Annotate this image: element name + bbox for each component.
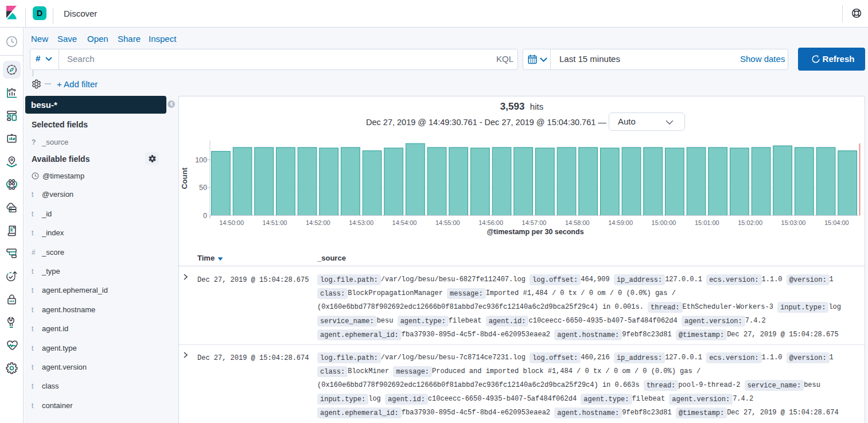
svg-text:15:01:00: 15:01:00 (695, 219, 719, 226)
svg-text:14:58:00: 14:58:00 (565, 219, 590, 226)
svg-text:14:54:00: 14:54:00 (392, 219, 417, 226)
svg-text:15:03:00: 15:03:00 (781, 219, 806, 226)
svg-text:14:50:00: 14:50:00 (219, 219, 244, 226)
svg-text:15:02:00: 15:02:00 (738, 219, 762, 226)
svg-text:15:04:00: 15:04:00 (824, 219, 849, 226)
svg-text:14:59:00: 14:59:00 (608, 219, 633, 226)
svg-text:@timestamp per 30 seconds: @timestamp per 30 seconds (486, 228, 583, 236)
svg-text:Count: Count (180, 167, 189, 189)
svg-text:15:00:00: 15:00:00 (652, 219, 676, 226)
svg-text:14:52:00: 14:52:00 (306, 219, 330, 226)
svg-text:0: 0 (203, 212, 207, 220)
svg-text:14:56:00: 14:56:00 (478, 219, 503, 226)
svg-text:14:57:00: 14:57:00 (522, 219, 547, 226)
svg-text:14:55:00: 14:55:00 (435, 219, 460, 226)
svg-text:14:53:00: 14:53:00 (349, 219, 373, 226)
svg-text:14:51:00: 14:51:00 (263, 219, 287, 226)
